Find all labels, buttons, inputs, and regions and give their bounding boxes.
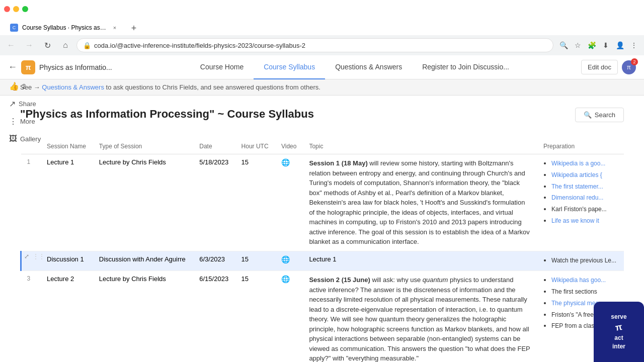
table-row: 3 Lecture 2 Lecture by Chris Fields 6/15… — [21, 271, 624, 362]
prep-link[interactable]: Life as we know it — [551, 217, 599, 224]
reload-button[interactable]: ↻ — [40, 38, 54, 52]
window-controls — [4, 6, 28, 12]
extensions-icon[interactable]: 🧩 — [586, 39, 598, 51]
globe-icon[interactable]: 🌐 — [281, 158, 290, 166]
row-expand: ⤢ ⋮⋮ — [21, 251, 41, 271]
session-topic: Session 2 (15 June) will ask: why use qu… — [303, 271, 537, 362]
prep-link[interactable]: Wikipedia articles { — [551, 171, 602, 178]
tab-close-button[interactable]: × — [111, 24, 119, 32]
search-label: Search — [595, 111, 615, 119]
widget-text-3: inter — [611, 342, 626, 351]
minimize-window-button[interactable] — [13, 6, 19, 12]
profile-icon[interactable]: 👤 — [614, 39, 626, 51]
globe-icon[interactable]: 🌐 — [281, 255, 290, 263]
tab-favicon: C — [10, 24, 18, 32]
download-icon[interactable]: ⬇ — [600, 39, 612, 51]
search-button[interactable]: 🔍 Search — [575, 108, 624, 122]
active-tab[interactable]: C Course Syllabus · Physics as I... × — [4, 20, 125, 35]
more-action[interactable]: ⋮ More — [4, 114, 46, 129]
prep-link[interactable]: Wikipedia has goo... — [551, 277, 606, 284]
questions-answers-link[interactable]: Questions & Answers — [42, 83, 104, 91]
url-text: coda.io/@active-inference-institute/fiel… — [94, 42, 547, 49]
search-icon[interactable]: 🔍 — [557, 39, 570, 51]
app-back-button[interactable]: ← — [8, 62, 17, 72]
app-header-right: Edit doc π 2 — [581, 60, 636, 74]
gallery-action[interactable]: 🖼 Gallery — [4, 131, 46, 146]
app-title: Physics as Informatio... — [39, 63, 112, 71]
session-hour: 15 — [235, 154, 275, 251]
nav-register[interactable]: Register to Join Discussio... — [412, 55, 519, 79]
nav-course-home[interactable]: Course Home — [190, 55, 254, 79]
prep-text: The first sections — [551, 288, 597, 295]
session-type: Discussion with Ander Aguirre — [93, 251, 193, 271]
prep-text: Watch the previous Le... — [551, 257, 616, 264]
back-button[interactable]: ← — [4, 38, 18, 52]
expand-button[interactable]: ⤢ — [22, 251, 32, 261]
session-hour: 15 — [235, 251, 275, 271]
session-name: Discussion 1 — [41, 251, 93, 271]
edit-doc-button[interactable]: Edit doc — [581, 60, 618, 74]
lock-icon: 🔒 — [83, 42, 91, 49]
new-tab-button[interactable]: + — [127, 21, 141, 35]
widget-text-1: serve — [611, 313, 626, 321]
notice-bar: See → Questions & Answers to ask questio… — [0, 79, 644, 96]
address-bar[interactable]: 🔒 coda.io/@active-inference-institute/fi… — [76, 38, 553, 52]
content-area[interactable]: See → Questions & Answers to ask questio… — [0, 79, 644, 362]
avatar-badge: 2 — [631, 58, 638, 65]
app-header: ← π Physics as Informatio... Course Home… — [0, 55, 644, 79]
session-prep: Watch the previous Le... — [537, 251, 624, 271]
app-nav: Course Home Course Syllabus Questions & … — [128, 55, 581, 79]
page-title: "Physics as Information Processing" ~ Co… — [20, 108, 314, 121]
nav-icons-right: 🔍 ☆ 🧩 ⬇ 👤 ⋮ — [557, 39, 640, 51]
col-date: Date — [193, 139, 235, 154]
col-topic: Topic — [303, 139, 537, 154]
close-window-button[interactable] — [4, 6, 10, 12]
table-row: 1 Lecture 1 Lecture by Chris Fields 5/18… — [21, 154, 624, 251]
widget-text-2: act — [611, 334, 626, 342]
user-avatar[interactable]: π 2 — [622, 60, 636, 74]
col-prep: Preparation — [537, 139, 624, 154]
widget-symbol: π — [614, 321, 623, 334]
nav-course-syllabus[interactable]: Course Syllabus — [254, 55, 325, 79]
prep-text: Karl Friston's pape... — [551, 206, 607, 213]
session-type: Lecture by Chris Fields — [93, 154, 193, 251]
prep-link[interactable]: Wikipedia is a goo... — [551, 160, 605, 167]
maximize-window-button[interactable] — [22, 6, 28, 12]
bookmark-icon[interactable]: ☆ — [572, 39, 584, 51]
drag-handle[interactable]: ⋮⋮ — [33, 253, 41, 260]
like-action[interactable]: 👍 2 — [4, 78, 46, 94]
thumbs-up-icon: 👍 — [9, 81, 19, 91]
browser-chrome: C Course Syllabus · Physics as I... × + … — [0, 0, 644, 55]
col-type: Type of Session — [93, 139, 193, 154]
tab-bar: C Course Syllabus · Physics as I... × + — [0, 18, 644, 35]
like-count: 2 — [22, 82, 26, 90]
main-content: "Physics as Information Processing" ~ Co… — [0, 96, 644, 362]
nav-questions-answers[interactable]: Questions & Answers — [325, 55, 412, 79]
share-action[interactable]: ↗ Share — [4, 96, 46, 112]
table-row: ⤢ ⋮⋮ Discussion 1 Discussion with Ander … — [21, 251, 624, 271]
forward-button[interactable]: → — [22, 38, 36, 52]
session-date: 5/18/2023 — [193, 154, 235, 251]
share-icon: ↗ — [9, 99, 16, 109]
session-topic: Lecture 1 — [303, 251, 537, 271]
browser-titlebar — [0, 0, 644, 18]
session-video: 🌐 — [275, 154, 303, 251]
share-label: Share — [19, 100, 36, 108]
floating-widget[interactable]: serve π act inter — [594, 302, 644, 362]
nav-bar: ← → ↻ ⌂ 🔒 coda.io/@active-inference-inst… — [0, 35, 644, 55]
row-num: 1 — [21, 154, 41, 251]
left-sidebar: 👍 2 ↗ Share ⋮ More 🖼 Gallery — [0, 74, 50, 150]
syllabus-table: Session Name Type of Session Date Hour U… — [20, 139, 624, 362]
globe-icon[interactable]: 🌐 — [281, 275, 290, 283]
app-logo: π — [21, 60, 35, 74]
menu-icon[interactable]: ⋮ — [628, 39, 640, 51]
gallery-label: Gallery — [20, 135, 41, 143]
table-header-row: Session Name Type of Session Date Hour U… — [21, 139, 624, 154]
session-prep: Wikipedia is a goo... Wikipedia articles… — [537, 154, 624, 251]
row-num: 3 — [21, 271, 41, 362]
avatar-icon: π — [627, 64, 631, 71]
prep-link[interactable]: The first statemer... — [551, 183, 603, 190]
home-button[interactable]: ⌂ — [58, 38, 72, 52]
prep-link[interactable]: Dimensional redu... — [551, 194, 603, 201]
more-label: More — [20, 118, 35, 125]
